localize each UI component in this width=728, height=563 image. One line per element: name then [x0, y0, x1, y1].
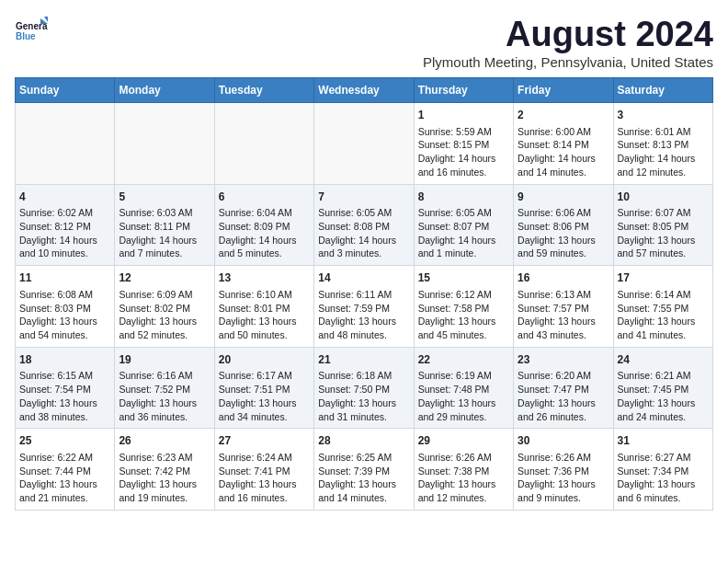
day-number-5: 5: [119, 190, 210, 205]
day-info: Sunrise: 6:07 AM: [618, 206, 709, 220]
day-info: and 14 minutes.: [518, 166, 609, 179]
day-info: and 9 minutes.: [518, 491, 609, 505]
day-cell-17: 17Sunrise: 6:14 AMSunset: 7:55 PMDayligh…: [613, 266, 712, 348]
day-info: Sunset: 7:41 PM: [219, 465, 310, 478]
day-info: Sunset: 8:02 PM: [119, 302, 210, 316]
day-info: Sunset: 8:07 PM: [418, 220, 509, 234]
day-cell-4: 4Sunrise: 6:02 AMSunset: 8:12 PMDaylight…: [16, 184, 115, 266]
day-info: and 6 minutes.: [618, 491, 709, 505]
day-info: Daylight: 13 hours: [119, 477, 210, 491]
day-info: Daylight: 14 hours: [618, 152, 709, 166]
col-header-sunday: Sunday: [16, 78, 115, 103]
day-cell-9: 9Sunrise: 6:06 AMSunset: 8:06 PMDaylight…: [514, 184, 613, 266]
day-cell-28: 28Sunrise: 6:25 AMSunset: 7:39 PMDayligh…: [314, 429, 414, 511]
day-info: and 16 minutes.: [418, 166, 509, 179]
week-row-5: 25Sunrise: 6:22 AMSunset: 7:44 PMDayligh…: [16, 429, 713, 511]
day-info: and 12 minutes.: [418, 491, 509, 505]
day-info: Daylight: 14 hours: [318, 234, 409, 247]
day-info: and 43 minutes.: [518, 328, 609, 342]
day-number-9: 9: [518, 190, 609, 205]
day-info: Daylight: 13 hours: [318, 396, 409, 410]
day-info: and 45 minutes.: [418, 328, 509, 342]
day-number-8: 8: [418, 190, 509, 205]
subtitle: Plymouth Meeting, Pennsylvania, United S…: [423, 54, 713, 70]
day-info: Sunset: 8:05 PM: [618, 220, 709, 234]
day-info: and 12 minutes.: [618, 166, 709, 179]
day-cell-26: 26Sunrise: 6:23 AMSunset: 7:42 PMDayligh…: [115, 429, 214, 511]
day-info: and 7 minutes.: [119, 247, 210, 260]
day-cell-2: 2Sunrise: 6:00 AMSunset: 8:14 PMDaylight…: [514, 103, 613, 185]
day-info: Sunset: 7:36 PM: [518, 465, 609, 478]
day-info: Sunset: 7:57 PM: [518, 302, 609, 316]
day-info: Daylight: 13 hours: [19, 396, 110, 410]
day-info: Sunrise: 6:22 AM: [19, 451, 110, 465]
day-cell-7: 7Sunrise: 6:05 AMSunset: 8:08 PMDaylight…: [314, 184, 414, 266]
day-info: Daylight: 13 hours: [418, 477, 509, 491]
day-number-21: 21: [318, 352, 409, 368]
day-info: Sunset: 7:50 PM: [318, 383, 409, 396]
day-info: and 48 minutes.: [318, 328, 409, 342]
day-cell-8: 8Sunrise: 6:05 AMSunset: 8:07 PMDaylight…: [414, 184, 513, 266]
day-info: Sunrise: 6:21 AM: [618, 369, 709, 383]
day-cell-27: 27Sunrise: 6:24 AMSunset: 7:41 PMDayligh…: [214, 429, 313, 511]
day-info: Sunrise: 5:59 AM: [418, 125, 509, 139]
day-info: Daylight: 14 hours: [518, 152, 609, 166]
day-number-26: 26: [119, 433, 210, 449]
day-cell-6: 6Sunrise: 6:04 AMSunset: 8:09 PMDaylight…: [214, 184, 313, 266]
day-info: Sunrise: 6:17 AM: [219, 369, 310, 383]
day-info: Daylight: 13 hours: [219, 477, 310, 491]
day-info: Sunrise: 6:01 AM: [618, 125, 709, 139]
day-info: Sunrise: 6:05 AM: [418, 206, 509, 220]
day-cell-5: 5Sunrise: 6:03 AMSunset: 8:11 PMDaylight…: [115, 184, 214, 266]
day-cell-29: 29Sunrise: 6:26 AMSunset: 7:38 PMDayligh…: [414, 429, 513, 511]
day-info: and 59 minutes.: [518, 247, 609, 260]
day-number-27: 27: [219, 433, 310, 449]
day-number-1: 1: [418, 108, 509, 123]
day-info: Sunset: 8:12 PM: [19, 220, 110, 234]
main-title: August 2024: [423, 15, 713, 54]
calendar-header: SundayMondayTuesdayWednesdayThursdayFrid…: [16, 78, 713, 103]
day-number-31: 31: [618, 433, 709, 449]
day-info: and 26 minutes.: [518, 410, 609, 424]
day-info: Daylight: 13 hours: [618, 477, 709, 491]
day-number-16: 16: [518, 270, 609, 286]
day-info: Sunrise: 6:04 AM: [219, 206, 310, 220]
day-info: and 29 minutes.: [418, 410, 509, 424]
day-info: Sunrise: 6:19 AM: [418, 369, 509, 383]
day-info: Sunrise: 6:06 AM: [518, 206, 609, 220]
day-info: Daylight: 13 hours: [19, 315, 110, 328]
week-row-2: 4Sunrise: 6:02 AMSunset: 8:12 PMDaylight…: [16, 184, 713, 266]
day-info: Sunrise: 6:24 AM: [219, 451, 310, 465]
day-cell-30: 30Sunrise: 6:26 AMSunset: 7:36 PMDayligh…: [514, 429, 613, 511]
day-info: Daylight: 13 hours: [219, 315, 310, 328]
day-info: and 34 minutes.: [219, 410, 310, 424]
day-info: Daylight: 14 hours: [418, 152, 509, 166]
day-info: Sunset: 7:55 PM: [618, 302, 709, 316]
day-info: Sunrise: 6:26 AM: [418, 451, 509, 465]
page-header: General Blue August 2024 Plymouth Meetin…: [15, 15, 713, 70]
day-cell-13: 13Sunrise: 6:10 AMSunset: 8:01 PMDayligh…: [214, 266, 313, 348]
col-header-friday: Friday: [514, 78, 613, 103]
day-info: and 54 minutes.: [19, 328, 110, 342]
day-info: Daylight: 13 hours: [518, 234, 609, 247]
day-number-12: 12: [119, 270, 210, 286]
day-cell-20: 20Sunrise: 6:17 AMSunset: 7:51 PMDayligh…: [214, 347, 313, 429]
day-cell-21: 21Sunrise: 6:18 AMSunset: 7:50 PMDayligh…: [314, 347, 414, 429]
day-info: and 57 minutes.: [618, 247, 709, 260]
day-info: and 14 minutes.: [318, 491, 409, 505]
day-cell-18: 18Sunrise: 6:15 AMSunset: 7:54 PMDayligh…: [16, 347, 115, 429]
day-info: and 10 minutes.: [19, 247, 110, 260]
svg-text:Blue: Blue: [16, 31, 36, 41]
day-info: and 24 minutes.: [618, 410, 709, 424]
day-info: Daylight: 14 hours: [219, 234, 310, 247]
day-info: Sunset: 8:15 PM: [418, 138, 509, 152]
day-info: Sunset: 7:51 PM: [219, 383, 310, 396]
day-number-19: 19: [119, 352, 210, 368]
col-header-wednesday: Wednesday: [314, 78, 414, 103]
day-info: Daylight: 14 hours: [19, 234, 110, 247]
day-number-2: 2: [518, 108, 609, 123]
day-info: Sunrise: 6:05 AM: [318, 206, 409, 220]
day-info: Sunrise: 6:16 AM: [119, 369, 210, 383]
day-info: Sunset: 8:08 PM: [318, 220, 409, 234]
day-info: Sunrise: 6:15 AM: [19, 369, 110, 383]
